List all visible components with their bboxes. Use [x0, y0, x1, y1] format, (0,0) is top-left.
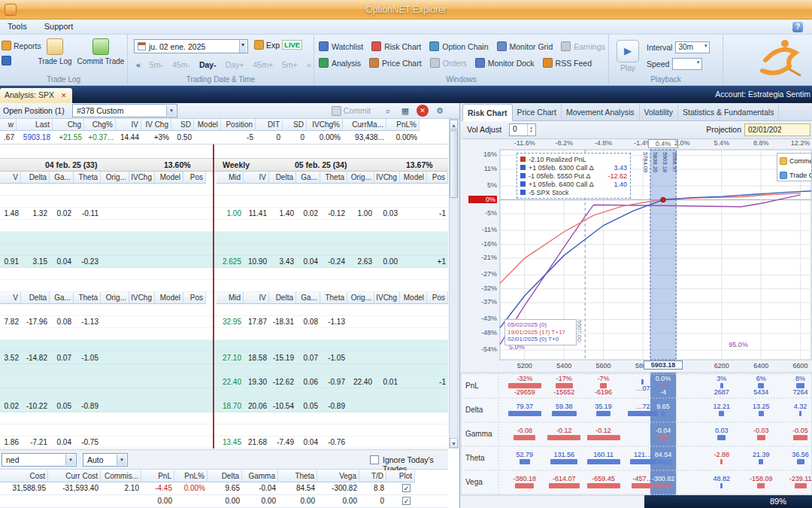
- nav-button-5m+[interactable]: 5m+: [278, 59, 301, 71]
- nav-button-day-[interactable]: Day-: [195, 59, 220, 71]
- tab-risk-chart[interactable]: Risk Chart: [462, 104, 513, 121]
- interval-selector[interactable]: 30m▾: [675, 41, 710, 53]
- vertical-scrollbar[interactable]: ▲ ▼: [449, 119, 459, 449]
- window-button-risk-chart[interactable]: Risk Chart: [371, 41, 421, 51]
- grid-cell-pnl: -32%-29659: [507, 374, 543, 397]
- interval-label: Interval: [647, 43, 672, 52]
- nav-button-45m+[interactable]: 45m+: [249, 59, 277, 71]
- auto-selector[interactable]: Auto ▾: [83, 453, 128, 467]
- grid-cell-pnl: 3%2687: [704, 374, 740, 397]
- grid-cell-theta: 21.39: [743, 446, 779, 469]
- option-table-1[interactable]: 1.481.320.02-0.111.0011.411.400.02-0.121…: [0, 184, 448, 292]
- table-cell: .67: [0, 132, 17, 144]
- trade-log-button[interactable]: Trade Log: [35, 38, 75, 73]
- close-position-icon[interactable]: ✕: [417, 105, 429, 117]
- trading-date-input[interactable]: ju. 02 ene. 2025 ▾: [134, 39, 248, 53]
- top-axis-label: 12.2%: [786, 139, 812, 147]
- plot-checkbox[interactable]: ✓: [402, 484, 411, 492]
- skater-logo: [752, 36, 809, 81]
- table-cell: 2.625: [217, 256, 244, 268]
- scrollbar-thumb[interactable]: [450, 130, 458, 198]
- nav-button-45m-[interactable]: 45m-: [168, 59, 194, 71]
- auto-arrow[interactable]: ▾: [117, 455, 126, 465]
- table-header-cell: Last: [17, 119, 53, 131]
- projection-date[interactable]: 02/01/202: [744, 123, 810, 136]
- table-cell: -1: [427, 376, 448, 388]
- tab-close-icon[interactable]: ✕: [61, 92, 67, 99]
- table-header-cell: Delta: [269, 172, 296, 184]
- play-button[interactable]: ▶: [617, 40, 639, 62]
- window-button-monitor-grid[interactable]: Monitor Grid: [497, 41, 553, 51]
- zoom-icon[interactable]: ⌕: [382, 105, 394, 117]
- tab-statistics-fundamentals[interactable]: Statistics & Fundamentals: [678, 104, 779, 120]
- tab-price-chart[interactable]: Price Chart: [513, 104, 562, 120]
- option-header-row-1: VDeltaGa...ThetaOrig...IVChgModelPosMidI…: [0, 172, 448, 184]
- layout-icon[interactable]: ▦: [399, 105, 411, 117]
- speed-selector[interactable]: ▾: [672, 58, 702, 70]
- table-header-cell: SD: [283, 119, 307, 131]
- group-label-trade-log: Trade Log: [0, 75, 127, 84]
- nav-button-day+[interactable]: Day+: [222, 59, 248, 71]
- nav-back-icon[interactable]: «: [132, 59, 144, 71]
- help-icon[interactable]: ?: [792, 22, 803, 32]
- window-button-earnings[interactable]: Earnings: [561, 41, 604, 51]
- trade-c-button[interactable]: Trade C: [777, 168, 811, 181]
- grid-bar: [654, 459, 671, 464]
- delta-value: 12.21: [714, 403, 731, 410]
- window-button-monitor-dock[interactable]: Monitor Dock: [475, 58, 535, 68]
- reports-button-2[interactable]: [2, 56, 11, 65]
- scroll-down-icon[interactable]: ▼: [450, 438, 458, 448]
- expiry-left-iv: 13.60%: [164, 159, 191, 172]
- grid-row-label: Gamma: [465, 430, 492, 438]
- window-button-analysis[interactable]: Analysis: [319, 58, 361, 68]
- menu-tools[interactable]: Tools: [0, 20, 35, 33]
- commit-button[interactable]: Commit: [332, 106, 371, 116]
- y-axis-label: -27%: [468, 270, 497, 278]
- plot-checkbox[interactable]: ✓: [402, 497, 411, 505]
- vol-adjust-spinner[interactable]: 0 ▴▾: [509, 123, 536, 136]
- option-row: [0, 304, 448, 316]
- strategy-dropdown-arrow[interactable]: ▾: [166, 105, 176, 116]
- comments-button[interactable]: Comme: [777, 154, 811, 168]
- y-axis-label: 11%: [468, 165, 497, 172]
- tab-volatility[interactable]: Volatility: [640, 104, 679, 120]
- strategy-selector[interactable]: #378 Custom ▾: [72, 104, 177, 117]
- menu-support[interactable]: Support: [37, 20, 81, 33]
- tab-movement-analysis[interactable]: Movement Analysis: [562, 104, 639, 120]
- view-mode-selector[interactable]: ned ▾: [2, 453, 77, 467]
- view-mode-arrow[interactable]: ▾: [65, 455, 75, 465]
- settings-gear-icon[interactable]: ⚙: [434, 105, 446, 117]
- commit-trade-button[interactable]: Commit Trade: [77, 38, 125, 73]
- table-header-cell: IVChg: [374, 292, 400, 304]
- window-button-rss-feed[interactable]: RSS Feed: [543, 58, 592, 68]
- table-splitter[interactable]: [213, 144, 214, 449]
- table-cell: +3%: [141, 132, 171, 144]
- tab-analysis-spx[interactable]: Analysis: SPX ✕: [0, 88, 72, 103]
- legend-swatch: [520, 157, 526, 162]
- grid-cell-gamma: -0.08: [507, 422, 543, 445]
- group-label-playback: Playback: [609, 75, 723, 84]
- totals-cell: -300.82: [317, 482, 359, 494]
- totals-cell: [48, 495, 101, 507]
- date-dropdown-arrow[interactable]: ▾: [239, 40, 246, 53]
- chart-side-buttons: Comme Trade C: [777, 153, 812, 181]
- nav-forward-icon[interactable]: »: [303, 59, 315, 71]
- ignore-trades-checkbox[interactable]: [370, 455, 379, 464]
- account-label: Account: Estrategia Sentim: [715, 90, 810, 99]
- table-cell: [427, 316, 448, 328]
- window-button-orders[interactable]: Orders: [430, 58, 467, 68]
- option-table-2[interactable]: 7.82-17.960.08-1.1332.9517.87-18.310.08-…: [0, 304, 448, 449]
- scroll-up-icon[interactable]: ▲: [450, 120, 458, 129]
- exp-toggle[interactable]: Exp LIVE: [254, 40, 302, 50]
- auto-value: Auto: [87, 455, 104, 464]
- window-button-watchlist[interactable]: Watchlist: [319, 41, 363, 51]
- grid-bar: [641, 379, 644, 385]
- window-button-option-chain[interactable]: Option Chain: [429, 41, 488, 51]
- table-cell: [74, 376, 101, 388]
- nav-button-5m-[interactable]: 5m-: [146, 59, 167, 71]
- exp-icon: [254, 40, 264, 50]
- table-header-cell: Ga...: [50, 172, 74, 184]
- grid-bar: [720, 383, 723, 388]
- spinner-arrows-icon[interactable]: ▴▾: [527, 124, 535, 135]
- window-button-price-chart[interactable]: Price Chart: [369, 58, 422, 68]
